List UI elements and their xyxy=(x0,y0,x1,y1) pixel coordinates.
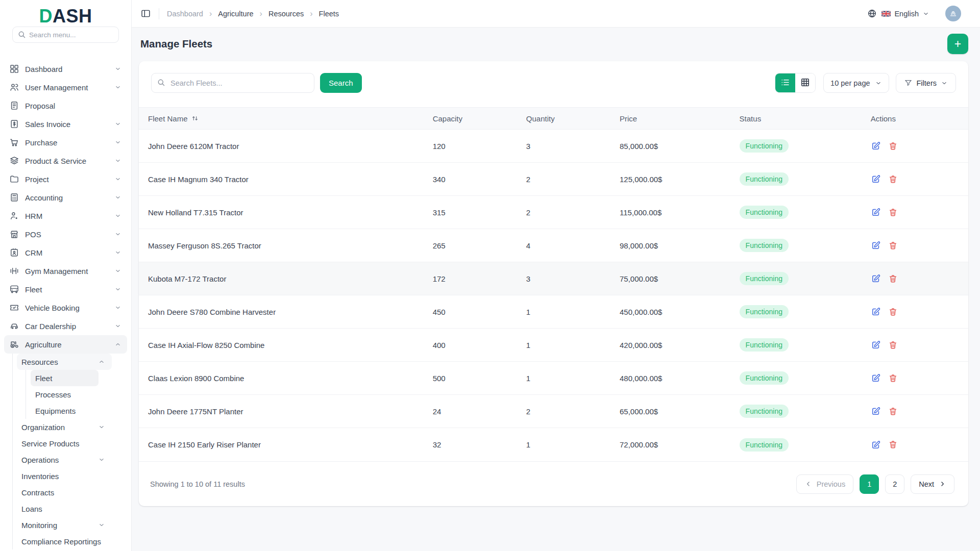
sidebar-subitem-service-products[interactable]: Service Products xyxy=(17,435,112,452)
sidebar-item-dashboard[interactable]: Dashboard xyxy=(4,60,127,78)
sidebar-item-agriculture[interactable]: Agriculture xyxy=(4,335,127,354)
column-header-fleet-name[interactable]: Fleet Name xyxy=(148,114,433,123)
search-button[interactable]: Search xyxy=(320,73,362,93)
status-badge: Functioning xyxy=(740,239,789,252)
sidebar-subitem-organization[interactable]: Organization xyxy=(17,419,112,435)
table-row[interactable]: Case IH 2150 Early Riser Planter32172,00… xyxy=(139,428,968,461)
language-selector[interactable]: English xyxy=(881,10,929,18)
delete-icon[interactable] xyxy=(888,241,898,251)
table-row[interactable]: Massey Ferguson 8S.265 Tractor265498,000… xyxy=(139,229,968,262)
cell-status: Functioning xyxy=(740,338,871,352)
delete-icon[interactable] xyxy=(888,208,898,217)
delete-icon[interactable] xyxy=(888,340,898,350)
edit-icon[interactable] xyxy=(871,440,881,450)
breadcrumb-item-resources[interactable]: Resources xyxy=(268,10,304,18)
sidebar-subitem-contracts[interactable]: Contracts xyxy=(17,484,112,500)
table-row[interactable]: Case IH Axial-Flow 8250 Combine4001420,0… xyxy=(139,329,968,362)
edit-icon[interactable] xyxy=(871,373,881,383)
table-row[interactable]: John Deere S780 Combine Harvester4501450… xyxy=(139,295,968,329)
person-icon xyxy=(9,211,19,221)
table-row[interactable]: John Deere 6120M Tractor120385,000.00$Fu… xyxy=(139,130,968,163)
table-row[interactable]: Kubota M7-172 Tractor172375,000.00$Funct… xyxy=(139,262,968,295)
list-view-button[interactable] xyxy=(775,73,795,92)
sidebar-subitem-inventories[interactable]: Inventories xyxy=(17,468,112,484)
edit-icon[interactable] xyxy=(871,307,881,317)
delete-icon[interactable] xyxy=(888,307,898,317)
sidebar-subitem-operations[interactable]: Operations xyxy=(17,452,112,468)
sidebar-subitem-compliance-reportings[interactable]: Compliance Reportings xyxy=(17,533,112,549)
sidebar-item-gym-management[interactable]: Gym Management xyxy=(4,262,127,280)
delete-icon[interactable] xyxy=(888,174,898,184)
edit-icon[interactable] xyxy=(871,141,881,151)
column-header-actions: Actions xyxy=(871,114,968,123)
sidebar-item-label: CRM xyxy=(25,248,114,257)
delete-icon[interactable] xyxy=(888,440,898,449)
cell-status: Functioning xyxy=(740,172,871,186)
filters-button[interactable]: Filters xyxy=(896,73,956,93)
chevron-down-icon xyxy=(114,304,122,312)
topbar-divider xyxy=(159,8,159,19)
sidebar-item-fleet[interactable]: Fleet xyxy=(4,280,127,298)
table-row[interactable]: John Deere 1775NT Planter24265,000.00$Fu… xyxy=(139,395,968,428)
sidebar-item-hrm[interactable]: HRM xyxy=(4,207,127,225)
sidebar-item-pos[interactable]: POS xyxy=(4,225,127,243)
user-avatar[interactable] xyxy=(945,6,961,21)
breadcrumb-item-agriculture[interactable]: Agriculture xyxy=(218,10,253,18)
sidebar-subitem-monitoring[interactable]: Monitoring xyxy=(17,517,112,533)
edit-icon[interactable] xyxy=(871,174,881,184)
sidebar-item-product-service[interactable]: Product & Service xyxy=(4,152,127,170)
table-row[interactable]: New Holland T7.315 Tractor3152115,000.00… xyxy=(139,196,968,229)
edit-icon[interactable] xyxy=(871,406,881,416)
edit-icon[interactable] xyxy=(871,207,881,217)
sidebar-subitem-equipments[interactable]: Equipments xyxy=(31,403,99,419)
sidebar-subitem-loans[interactable]: Loans xyxy=(17,500,112,517)
status-badge: Functioning xyxy=(740,139,789,153)
sidebar-item-user-management[interactable]: User Management xyxy=(4,78,127,96)
cell-fleet-name: Case IH Axial-Flow 8250 Combine xyxy=(148,341,433,349)
sidebar-item-proposal[interactable]: Proposal xyxy=(4,96,127,115)
delete-icon[interactable] xyxy=(888,141,898,151)
delete-icon[interactable] xyxy=(888,407,898,416)
sidebar-search-input[interactable] xyxy=(12,27,119,43)
delete-icon[interactable] xyxy=(888,274,898,284)
globe-icon[interactable] xyxy=(867,9,877,18)
sidebar-item-label: Vehicle Booking xyxy=(25,304,114,312)
edit-icon[interactable] xyxy=(871,340,881,350)
uk-flag-icon xyxy=(881,11,891,17)
breadcrumb-item-fleets[interactable]: Fleets xyxy=(319,10,339,18)
sidebar-subitem-resources[interactable]: Resources xyxy=(17,354,112,370)
cell-capacity: 340 xyxy=(433,175,526,184)
previous-page-button[interactable]: Previous xyxy=(796,474,853,494)
page-button-2[interactable]: 2 xyxy=(885,474,904,494)
sidebar-item-sales-invoice[interactable]: Sales Invoice xyxy=(4,115,127,133)
table-row[interactable]: Case IH Magnum 340 Tractor3402125,000.00… xyxy=(139,163,968,196)
sidebar-item-accounting[interactable]: Accounting xyxy=(4,188,127,207)
add-fleet-button[interactable]: + xyxy=(947,34,968,54)
sidebar-subitem-fleet[interactable]: Fleet xyxy=(31,370,99,386)
sidebar-item-purchase[interactable]: Purchase xyxy=(4,133,127,152)
sidebar-subitem-processes[interactable]: Processes xyxy=(31,386,99,403)
column-header-status: Status xyxy=(740,114,871,123)
delete-icon[interactable] xyxy=(888,373,898,383)
tractor-icon xyxy=(9,339,19,349)
sidebar-item-project[interactable]: Project xyxy=(4,170,127,188)
grid-view-button[interactable] xyxy=(795,73,815,92)
chevron-up-icon xyxy=(114,341,122,348)
breadcrumb-item-dashboard[interactable]: Dashboard xyxy=(167,10,203,18)
sidebar-submenu: ResourcesFleetProcessesEquipmentsOrganiz… xyxy=(12,354,131,549)
chevron-down-icon xyxy=(114,286,122,293)
page-button-1[interactable]: 1 xyxy=(860,474,879,494)
next-page-button[interactable]: Next xyxy=(911,474,954,494)
cell-status: Functioning xyxy=(740,438,871,452)
cell-quantity: 1 xyxy=(526,308,620,316)
edit-icon[interactable] xyxy=(871,240,881,251)
table-row[interactable]: Claas Lexion 8900 Combine5001480,000.00$… xyxy=(139,362,968,395)
sidebar-toggle-icon[interactable] xyxy=(140,8,151,19)
fleet-search-input[interactable] xyxy=(151,73,314,93)
edit-icon[interactable] xyxy=(871,273,881,284)
sidebar-item-crm[interactable]: CRM xyxy=(4,243,127,262)
sidebar-item-vehicle-booking[interactable]: Vehicle Booking xyxy=(4,298,127,317)
language-label: English xyxy=(894,10,919,18)
per-page-select[interactable]: 10 per page xyxy=(823,73,889,93)
sidebar-item-car-dealership[interactable]: Car Dealership xyxy=(4,317,127,335)
